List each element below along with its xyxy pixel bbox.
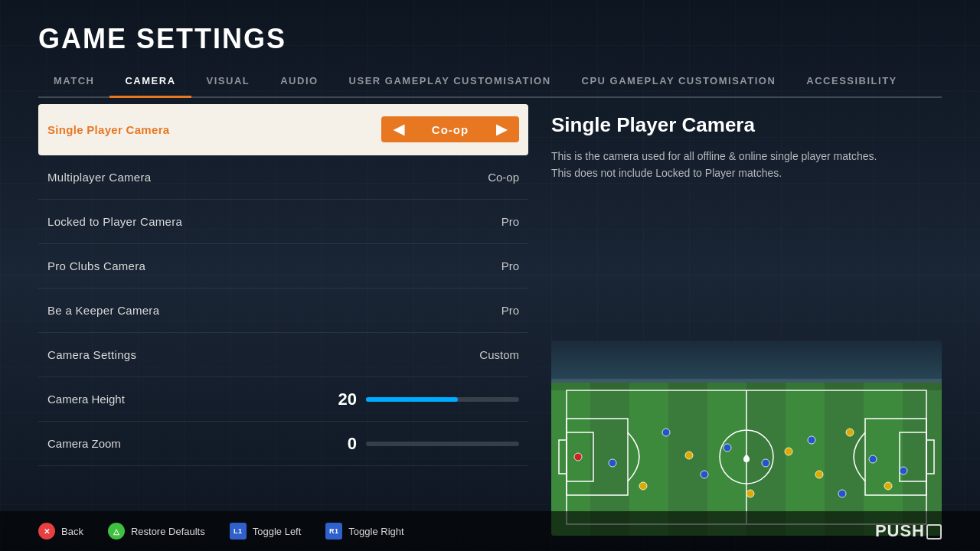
svg-rect-1 xyxy=(551,379,942,383)
slider-value-camera-zoom: 0 xyxy=(326,434,357,454)
svg-point-23 xyxy=(808,436,815,444)
toggle-right-action[interactable]: R1 Toggle Right xyxy=(325,523,403,540)
svg-point-26 xyxy=(900,467,907,474)
arrow-left-icon[interactable]: ◀ xyxy=(394,121,404,138)
svg-point-34 xyxy=(574,453,582,461)
svg-point-27 xyxy=(639,482,647,490)
setting-label-pro-clubs-camera: Pro Clubs Camera xyxy=(47,259,501,272)
svg-point-20 xyxy=(701,471,708,478)
detail-description: This is the camera used for all offline … xyxy=(551,148,942,182)
value-selector-single-player-camera[interactable]: ◀ Co-op ▶ xyxy=(381,116,519,142)
value-camera-settings: Custom xyxy=(479,348,519,361)
camera-preview xyxy=(551,341,942,536)
svg-point-35 xyxy=(743,456,750,462)
tab-audio[interactable]: AUDIO xyxy=(265,69,333,98)
setting-camera-settings[interactable]: Camera Settings Custom xyxy=(38,333,528,377)
setting-multiplayer-camera[interactable]: Multiplayer Camera Co-op xyxy=(38,155,528,200)
value-locked-to-player-camera: Pro xyxy=(501,215,519,228)
toggle-left-action[interactable]: L1 Toggle Left xyxy=(230,523,302,540)
toggle-left-button-icon[interactable]: L1 xyxy=(230,523,247,540)
back-label: Back xyxy=(61,526,83,537)
setting-label-single-player-camera: Single Player Camera xyxy=(47,123,381,136)
slider-track-camera-zoom[interactable] xyxy=(366,442,519,446)
toggle-right-label: Toggle Right xyxy=(348,526,403,537)
tab-bar: MATCH CAMERA VISUAL AUDIO USER GAMEPLAY … xyxy=(38,69,942,98)
toggle-left-label: Toggle Left xyxy=(253,526,302,537)
field-preview-svg xyxy=(551,341,942,536)
arrow-right-icon[interactable]: ▶ xyxy=(496,121,507,138)
slider-value-camera-height: 20 xyxy=(326,390,357,409)
setting-be-a-keeper-camera[interactable]: Be a Keeper Camera Pro xyxy=(38,289,528,333)
tab-visual[interactable]: VISUAL xyxy=(191,69,266,98)
slider-camera-zoom[interactable]: Camera Zoom 0 xyxy=(38,422,528,466)
svg-point-25 xyxy=(869,455,877,463)
svg-point-19 xyxy=(662,429,670,436)
value-single-player-camera: Co-op xyxy=(432,123,469,136)
push-square-icon xyxy=(926,524,942,540)
tab-cpu-gameplay[interactable]: CPU GAMEPLAY CUSTOMISATION xyxy=(567,69,792,98)
setting-single-player-camera[interactable]: Single Player Camera ◀ Co-op ▶ xyxy=(38,104,528,155)
svg-point-18 xyxy=(609,459,616,467)
value-be-a-keeper-camera: Pro xyxy=(501,304,519,317)
setting-label-camera-settings: Camera Settings xyxy=(47,348,479,361)
svg-point-31 xyxy=(815,471,823,478)
slider-track-camera-height[interactable] xyxy=(366,397,519,402)
svg-point-33 xyxy=(884,482,892,490)
svg-point-24 xyxy=(838,490,846,497)
back-button-icon[interactable]: ✕ xyxy=(38,523,55,540)
setting-label-multiplayer-camera: Multiplayer Camera xyxy=(47,171,488,184)
detail-panel: Single Player Camera This is the camera … xyxy=(528,98,965,551)
push-logo: PUSH xyxy=(875,521,942,541)
svg-rect-36 xyxy=(551,383,942,390)
value-multiplayer-camera: Co-op xyxy=(488,171,519,184)
restore-defaults-action[interactable]: △ Restore Defaults xyxy=(108,523,205,540)
back-action[interactable]: ✕ Back xyxy=(38,523,83,540)
toggle-right-button-icon[interactable]: R1 xyxy=(325,523,342,540)
slider-label-camera-height: Camera Height xyxy=(47,393,326,406)
svg-point-22 xyxy=(762,459,769,467)
setting-pro-clubs-camera[interactable]: Pro Clubs Camera Pro xyxy=(38,244,528,289)
detail-title: Single Player Camera xyxy=(551,113,942,137)
svg-point-21 xyxy=(724,444,731,452)
settings-panel: Single Player Camera ◀ Co-op ▶ Multiplay… xyxy=(38,98,528,551)
slider-fill-camera-height xyxy=(366,397,458,402)
svg-point-29 xyxy=(746,490,754,497)
slider-label-camera-zoom: Camera Zoom xyxy=(47,437,326,450)
svg-point-32 xyxy=(846,429,854,436)
page-title: GAME SETTINGS xyxy=(38,23,942,55)
svg-point-28 xyxy=(685,452,693,459)
tab-user-gameplay[interactable]: USER GAMEPLAY CUSTOMISATION xyxy=(334,69,567,98)
tab-accessibility[interactable]: ACCESSIBILITY xyxy=(791,69,912,98)
tab-match[interactable]: MATCH xyxy=(38,69,109,98)
svg-point-30 xyxy=(785,448,792,455)
restore-label: Restore Defaults xyxy=(131,526,205,537)
tab-camera[interactable]: CAMERA xyxy=(109,69,191,98)
bottom-bar: ✕ Back △ Restore Defaults L1 Toggle Left… xyxy=(0,511,980,551)
restore-button-icon[interactable]: △ xyxy=(108,523,125,540)
setting-locked-to-player-camera[interactable]: Locked to Player Camera Pro xyxy=(38,200,528,244)
value-pro-clubs-camera: Pro xyxy=(501,259,519,272)
setting-label-locked-to-player-camera: Locked to Player Camera xyxy=(47,215,501,228)
setting-label-be-a-keeper-camera: Be a Keeper Camera xyxy=(47,304,501,317)
slider-camera-height[interactable]: Camera Height 20 xyxy=(38,377,528,422)
